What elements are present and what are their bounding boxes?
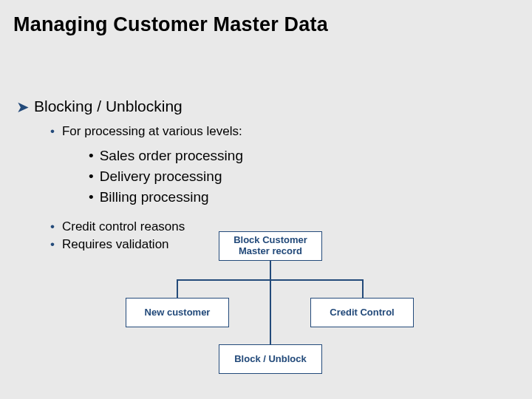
bullet-text: Credit control reasons: [62, 219, 185, 233]
heading-blocking: ➤Blocking / Unblocking: [16, 98, 183, 115]
subbullet-text: Delivery processing: [100, 168, 222, 184]
subbullet-text: Billing processing: [100, 189, 209, 205]
bullet-icon: •: [89, 189, 94, 205]
bullet-icon: •: [50, 237, 55, 251]
connector-line: [270, 261, 271, 279]
box-credit-control: Credit Control: [310, 298, 414, 327]
connector-line: [362, 279, 364, 298]
box-block-unblock: Block / Unblock: [219, 344, 322, 374]
heading-text: Blocking / Unblocking: [34, 98, 183, 115]
bullet-icon: •: [50, 124, 55, 138]
connector-line: [270, 279, 271, 344]
subbullet-sales-order: •Sales order processing: [89, 148, 243, 164]
bullet-icon: •: [50, 219, 55, 233]
slide: Managing Customer Master Data ➤Blocking …: [0, 0, 532, 399]
bullet-credit-control: •Credit control reasons: [50, 219, 185, 234]
slide-title: Managing Customer Master Data: [13, 13, 328, 36]
bullet-icon: •: [89, 168, 94, 184]
subbullet-delivery: •Delivery processing: [89, 168, 222, 185]
connector-line: [177, 279, 178, 298]
box-new-customer: New customer: [126, 298, 229, 327]
bullet-icon: •: [89, 148, 94, 163]
box-block-customer: Block CustomerMaster record: [219, 231, 322, 261]
bullet-processing-levels: •For processing at various levels:: [50, 124, 242, 139]
subbullet-billing: •Billing processing: [89, 189, 209, 205]
chevron-icon: ➤: [16, 98, 30, 116]
bullet-text: For processing at various levels:: [62, 124, 242, 138]
subbullet-text: Sales order processing: [100, 148, 243, 163]
bullet-requires-validation: •Requires validation: [50, 237, 169, 252]
bullet-text: Requires validation: [62, 237, 169, 251]
